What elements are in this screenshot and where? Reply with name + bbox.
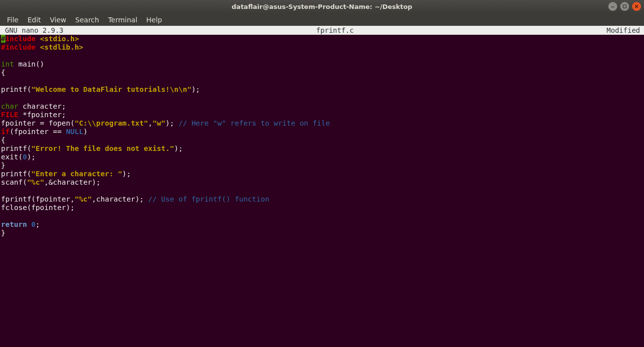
code-token: ); xyxy=(122,170,130,178)
code-token: // Use of fprintf() function xyxy=(148,195,269,203)
code-line: #include <stdlib.h> xyxy=(1,43,643,52)
menu-search[interactable]: Search xyxy=(71,15,103,25)
code-line xyxy=(1,187,643,195)
code-token: #include xyxy=(1,43,40,51)
code-token: } xyxy=(1,161,5,169)
code-line xyxy=(1,77,643,85)
code-token: "%c" xyxy=(27,178,44,186)
code-token: ); xyxy=(166,119,178,127)
code-token: exit( xyxy=(1,153,23,161)
code-token: (fpointer == xyxy=(9,128,66,136)
code-token: { xyxy=(1,136,5,144)
code-line: FILE *fpointer; xyxy=(1,111,643,119)
code-line xyxy=(1,212,643,220)
code-token: main() xyxy=(14,60,44,68)
code-token: # xyxy=(1,35,5,43)
code-token: ) xyxy=(83,128,88,136)
code-token: if xyxy=(1,128,9,136)
code-token: "w" xyxy=(153,119,166,127)
code-token: "Welcome to DataFlair tutorials!\n\n" xyxy=(31,85,191,93)
menu-edit[interactable]: Edit xyxy=(23,15,45,25)
code-line: scanf("%c",&character); xyxy=(1,178,643,187)
code-token: char xyxy=(1,102,18,110)
maximize-icon xyxy=(622,4,627,9)
window-title: dataflair@asus-System-Product-Name: ~/De… xyxy=(232,3,412,10)
code-token: *fpointer; xyxy=(18,111,66,119)
menu-help[interactable]: Help xyxy=(142,15,166,25)
nano-app-name: GNU nano 2.9.3 xyxy=(1,26,63,35)
code-line: { xyxy=(1,136,643,144)
menu-terminal[interactable]: Terminal xyxy=(104,15,141,25)
nano-modified-status: Modified xyxy=(607,26,643,35)
code-token: character; xyxy=(18,102,66,110)
code-line: return 0; xyxy=(1,220,643,229)
code-token: "Enter a character: " xyxy=(31,170,122,178)
editor-area[interactable]: #include <stdio.h>#include <stdlib.h> in… xyxy=(0,35,644,237)
code-line: int main() xyxy=(1,60,643,69)
code-line: exit(0); xyxy=(1,153,643,161)
code-token: <stdlib.h> xyxy=(40,43,83,51)
code-line: fprintf(fpointer,"%c",character); // Use… xyxy=(1,195,643,204)
code-line: fpointer = fopen("C:\\program.txt","w");… xyxy=(1,119,643,128)
code-token: , xyxy=(148,119,153,127)
code-line: } xyxy=(1,161,643,170)
menu-file[interactable]: File xyxy=(3,15,22,25)
code-token: scanf( xyxy=(1,178,27,186)
code-token: printf( xyxy=(1,170,31,178)
code-line: #include <stdio.h> xyxy=(1,35,643,43)
minimize-button[interactable] xyxy=(608,2,617,11)
code-line: } xyxy=(1,229,643,237)
code-token: printf( xyxy=(1,85,31,93)
maximize-button[interactable] xyxy=(620,2,629,11)
code-token: ); xyxy=(174,144,182,152)
minimize-icon xyxy=(610,4,615,9)
code-line: printf("Enter a character: "); xyxy=(1,170,643,178)
code-line: char character; xyxy=(1,102,643,111)
code-line: { xyxy=(1,69,643,77)
window-controls xyxy=(608,2,641,11)
code-line xyxy=(1,52,643,60)
code-token: "Error! The file does not exist." xyxy=(31,144,174,152)
nano-filename: fprintf.c xyxy=(63,26,607,35)
code-token: int xyxy=(1,60,14,68)
code-token: ,&character); xyxy=(44,178,101,186)
titlebar: dataflair@asus-System-Product-Name: ~/De… xyxy=(0,0,644,13)
close-icon xyxy=(634,4,639,9)
code-token: fpointer = fopen( xyxy=(1,119,74,127)
code-token: ); xyxy=(191,85,200,93)
code-token: { xyxy=(1,69,5,76)
code-token: } xyxy=(1,229,5,237)
nano-status-bar: GNU nano 2.9.3 fprintf.c Modified xyxy=(0,26,644,35)
code-token: NULL xyxy=(66,128,83,136)
code-token: FILE xyxy=(1,111,18,119)
menubar: File Edit View Search Terminal Help xyxy=(0,13,644,26)
code-line: fclose(fpointer); xyxy=(1,204,643,212)
code-token: return xyxy=(1,220,31,228)
code-token: "C:\\program.txt" xyxy=(74,119,148,127)
code-token: <stdio.h> xyxy=(40,35,79,43)
code-token: fprintf(fpointer, xyxy=(1,195,74,203)
code-token: printf( xyxy=(1,144,31,152)
code-token: 0 xyxy=(31,220,36,228)
code-token: ,character); xyxy=(92,195,148,203)
code-token: fclose(fpointer); xyxy=(1,204,74,211)
code-token: ; xyxy=(36,220,40,228)
code-line: if(fpointer == NULL) xyxy=(1,128,643,136)
svg-rect-1 xyxy=(623,5,626,8)
code-line xyxy=(1,94,643,102)
code-token: ); xyxy=(27,153,35,161)
code-token: "%c" xyxy=(74,195,92,203)
close-button[interactable] xyxy=(632,2,641,11)
menu-view[interactable]: View xyxy=(46,15,70,25)
code-token: include xyxy=(5,35,40,43)
code-token: // Here "w" refers to write on file xyxy=(178,119,330,127)
code-line: printf("Error! The file does not exist."… xyxy=(1,144,643,153)
code-line: printf("Welcome to DataFlair tutorials!\… xyxy=(1,85,643,94)
